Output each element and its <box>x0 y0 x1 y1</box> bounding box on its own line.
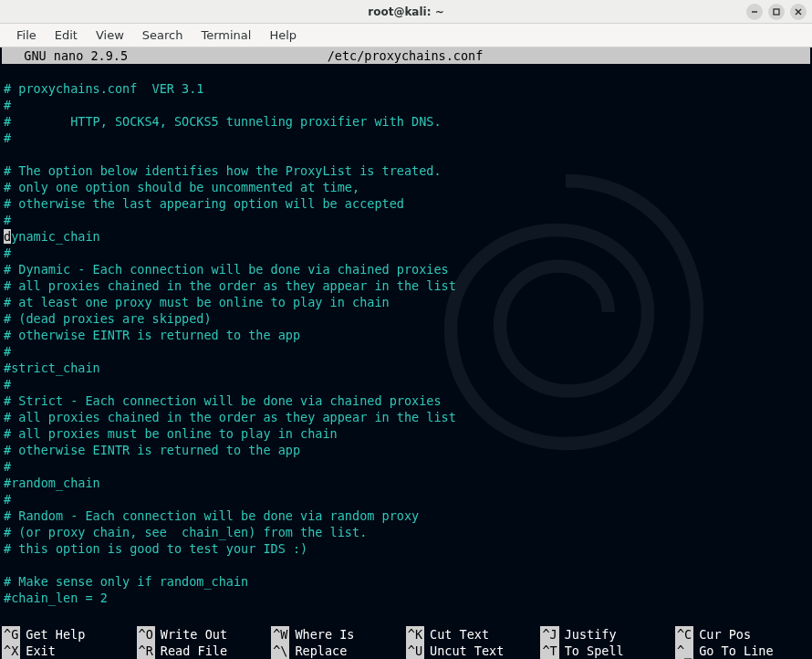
shortcut-item: ^JJustify <box>540 626 675 643</box>
nano-file-path: /etc/proxychains.conf <box>128 47 682 64</box>
shortcut-key: ^\ <box>271 643 289 659</box>
close-icon <box>794 7 803 16</box>
shortcut-key: ^R <box>137 643 155 659</box>
editor-line[interactable]: # otherwise EINTR is returned to the app <box>4 327 808 343</box>
nano-shortcut-bar: ^GGet Help^OWrite Out^WWhere Is^KCut Tex… <box>0 626 812 659</box>
app-window: root@kali: ~ File Edit View Search Termi… <box>0 0 812 659</box>
shortcut-item: ^\Replace <box>271 643 406 659</box>
editor-line[interactable]: #random_chain <box>4 475 808 491</box>
shortcut-label: Exit <box>20 643 56 659</box>
menubar: File Edit View Search Terminal Help <box>0 24 812 47</box>
shortcut-item: ^WWhere Is <box>271 626 406 643</box>
menu-search[interactable]: Search <box>133 26 193 45</box>
editor-line[interactable]: # <box>4 343 808 360</box>
shortcut-item: ^GGet Help <box>2 626 137 643</box>
shortcut-key: ^T <box>540 643 558 659</box>
shortcut-key: ^G <box>2 626 20 643</box>
editor-line[interactable]: # Random - Each connection will be done … <box>4 507 808 524</box>
shortcut-item: ^OWrite Out <box>137 626 272 643</box>
editor-line[interactable] <box>4 146 808 162</box>
shortcut-label: Cut Text <box>424 626 489 643</box>
editor-line[interactable]: # <box>4 245 808 261</box>
editor-line[interactable] <box>4 64 808 80</box>
shortcut-label: Uncut Text <box>424 643 504 659</box>
editor-line[interactable]: # this option is good to test your IDS :… <box>4 540 808 557</box>
shortcut-key: ^_ <box>675 643 693 659</box>
editor-line[interactable] <box>4 557 808 573</box>
minimize-icon <box>750 7 759 16</box>
editor-line[interactable]: # <box>4 97 808 113</box>
svg-rect-1 <box>774 9 779 15</box>
editor-line[interactable]: # all proxies must be online to play in … <box>4 425 808 442</box>
editor-line[interactable]: # <box>4 458 808 475</box>
editor-line[interactable]: #strict_chain <box>4 360 808 376</box>
menu-edit[interactable]: Edit <box>46 26 87 45</box>
editor-line[interactable]: # Dynamic - Each connection will be done… <box>4 261 808 277</box>
editor-line[interactable]: # HTTP, SOCKS4, SOCKS5 tunneling proxifi… <box>4 113 808 130</box>
editor-line[interactable]: # all proxies chained in the order as th… <box>4 409 808 425</box>
shortcut-key: ^W <box>271 626 289 643</box>
shortcut-label: To Spell <box>559 643 624 659</box>
menu-terminal[interactable]: Terminal <box>192 26 260 45</box>
shortcut-label: Replace <box>289 643 347 659</box>
close-button[interactable] <box>790 4 807 20</box>
editor-line[interactable]: # only one option should be uncommented … <box>4 179 808 195</box>
shortcut-item: ^KCut Text <box>406 626 541 643</box>
cursor: d <box>4 229 11 244</box>
shortcut-key: ^C <box>675 626 693 643</box>
editor-line[interactable]: #chain_len = 2 <box>4 590 808 606</box>
minimize-button[interactable] <box>746 4 763 20</box>
shortcut-item: ^TTo Spell <box>540 643 675 659</box>
shortcut-key: ^X <box>2 643 20 659</box>
shortcut-label: Cur Pos <box>693 626 751 643</box>
shortcut-item: ^XExit <box>2 643 137 659</box>
shortcut-label: Go To Line <box>693 643 773 659</box>
window-controls <box>746 4 807 20</box>
editor-line[interactable]: # The option below identifies how the Pr… <box>4 162 808 179</box>
shortcut-label: Get Help <box>20 626 85 643</box>
titlebar: root@kali: ~ <box>0 0 812 24</box>
shortcut-key: ^J <box>540 626 558 643</box>
editor-line[interactable]: # (or proxy chain, see chain_len) from t… <box>4 524 808 540</box>
shortcut-label: Read File <box>155 643 227 659</box>
editor-line[interactable]: # <box>4 212 808 228</box>
editor-line[interactable]: # otherwise EINTR is returned to the app <box>4 442 808 458</box>
editor-line[interactable]: dynamic_chain <box>4 228 808 245</box>
shortcut-item: ^_Go To Line <box>675 643 810 659</box>
editor-line[interactable]: # Make sense only if random_chain <box>4 573 808 590</box>
editor-line[interactable]: # proxychains.conf VER 3.1 <box>4 80 808 97</box>
shortcut-item: ^CCur Pos <box>675 626 810 643</box>
editor-line[interactable]: # at least one proxy must be online to p… <box>4 294 808 310</box>
editor-line[interactable]: # <box>4 376 808 392</box>
shortcut-key: ^O <box>137 626 155 643</box>
terminal-area[interactable]: GNU nano 2.9.5 /etc/proxychains.conf # p… <box>0 47 812 659</box>
shortcut-key: ^K <box>406 626 424 643</box>
shortcut-label: Write Out <box>155 626 227 643</box>
editor-line[interactable]: # Strict - Each connection will be done … <box>4 392 808 409</box>
shortcut-item: ^UUncut Text <box>406 643 541 659</box>
menu-file[interactable]: File <box>7 26 46 45</box>
editor-body[interactable]: # proxychains.conf VER 3.1## HTTP, SOCKS… <box>2 64 810 606</box>
menu-help[interactable]: Help <box>260 26 306 45</box>
editor-line[interactable]: # all proxies chained in the order as th… <box>4 277 808 294</box>
maximize-icon <box>772 7 781 16</box>
editor-line[interactable]: # <box>4 491 808 507</box>
shortcut-key: ^U <box>406 643 424 659</box>
nano-app-label: GNU nano 2.9.5 <box>2 47 128 64</box>
shortcut-item: ^RRead File <box>137 643 272 659</box>
shortcut-label: Where Is <box>289 626 354 643</box>
editor-line[interactable]: # otherwise the last appearing option wi… <box>4 195 808 212</box>
window-title: root@kali: ~ <box>368 5 443 18</box>
editor-line[interactable]: # <box>4 130 808 146</box>
maximize-button[interactable] <box>768 4 785 20</box>
shortcut-label: Justify <box>559 626 617 643</box>
nano-header: GNU nano 2.9.5 /etc/proxychains.conf <box>2 47 810 64</box>
editor-line[interactable]: # (dead proxies are skipped) <box>4 310 808 327</box>
menu-view[interactable]: View <box>87 26 133 45</box>
